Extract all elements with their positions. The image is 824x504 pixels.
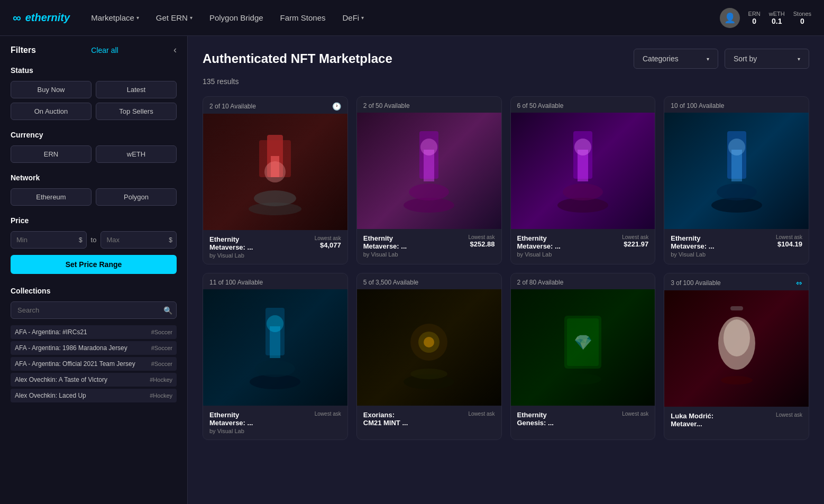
price-min-wrap: $ [11,231,87,249]
card-footer: Ethernity Genesis: ... Lowest ask [511,406,655,433]
collection-item[interactable]: Alex Ovechkin: A Taste of Victory #Hocke… [11,373,177,387]
svg-point-34 [564,374,601,384]
svg-point-13 [563,184,603,200]
filter-ern[interactable]: ERN [11,145,91,163]
svg-point-25 [267,315,283,332]
sort-by-dropdown[interactable]: Sort by ▾ [725,49,809,69]
card-image: 💎 [511,289,655,406]
header: ∞ ethernity Marketplace ▾ Get ERN ▾ Poly… [0,0,824,36]
nft-card[interactable]: 6 of 50 Available Ethernity Metaverse: .… [510,96,656,264]
logo-text: ethernity [25,12,70,24]
svg-point-8 [409,184,449,200]
collections-list: AFA - Argentina: #IRCs21 #Soccer AFA - A… [11,325,177,402]
card-price: Lowest ask [776,412,802,418]
chevron-down-icon: ▾ [707,56,709,62]
main-header: Authenticated NFT Marketplace Categories… [203,49,809,69]
nav-polygon-bridge[interactable]: Polygon Bridge [209,13,263,22]
card-image [357,289,501,406]
svg-text:💎: 💎 [573,334,592,351]
card-image [203,114,347,230]
bookmark-icon: ⇔ [796,279,802,287]
card-top: 5 of 3,500 Available [357,273,501,289]
chevron-down-icon: ▾ [361,15,364,21]
nft-card[interactable]: 3 of 100 Available ⇔ Luka Modrić: Metave… [664,273,809,440]
header-right: 👤 ERN 0 wETH 0.1 Stones 0 [720,8,811,28]
card-top: 10 of 100 Available [664,97,809,113]
status-buttons: Buy Now Latest On Auction Top Sellers [11,81,177,120]
svg-point-18 [717,184,757,200]
nft-card[interactable]: 2 of 80 Available 💎 Ethernity Genesis: .… [510,273,656,440]
wallet-weth: wETH 0.1 [769,11,785,25]
avatar[interactable]: 👤 [720,8,740,28]
nav-get-ern[interactable]: Get ERN ▾ [156,13,193,22]
nft-grid: 2 of 10 Available 🕐 Ethernity [203,96,809,440]
collections-search-input[interactable] [11,301,177,319]
min-currency-symbol: $ [79,236,83,244]
nft-card[interactable]: 10 of 100 Available Ethernity Metaverse:… [664,96,809,264]
nft-card[interactable]: 2 of 50 Available Ethernity Metaverse: .… [356,96,502,264]
sidebar: Filters Clear all ‹ Status Buy Now Lates… [0,36,188,504]
collection-item[interactable]: AFA - Argentina: Official 2021 Team Jers… [11,357,177,371]
card-price: Lowest ask $104.19 [776,234,802,248]
svg-point-29 [424,337,434,347]
card-top: 2 of 50 Available [357,97,501,113]
filter-on-auction[interactable]: On Auction [11,103,91,120]
clear-all-button[interactable]: Clear all [91,46,118,54]
svg-point-38 [721,376,753,384]
price-to-label: to [91,236,97,244]
chevron-down-icon: ▾ [190,15,193,21]
page-title: Authenticated NFT Marketplace [203,51,392,66]
card-price: Lowest ask $221.97 [622,234,648,248]
search-icon[interactable]: 🔍 [163,306,172,315]
svg-point-10 [420,139,437,155]
main-nav: Marketplace ▾ Get ERN ▾ Polygon Bridge F… [91,13,719,22]
card-image [357,113,501,229]
filter-buy-now[interactable]: Buy Now [11,81,91,98]
nav-defi[interactable]: DeFi ▾ [342,13,364,22]
logo-icon: ∞ [13,11,21,25]
layout: Filters Clear all ‹ Status Buy Now Lates… [0,36,824,504]
card-top: 2 of 80 Available [511,273,655,289]
card-image [203,289,347,406]
collapse-sidebar-button[interactable]: ‹ [173,44,177,56]
collection-item[interactable]: AFA - Argentina: 1986 Maradona Jersey #S… [11,341,177,355]
nav-farm-stones[interactable]: Farm Stones [280,13,326,22]
svg-rect-37 [730,306,743,310]
filter-latest[interactable]: Latest [96,81,177,98]
card-image [664,290,809,407]
price-max-input[interactable] [100,231,177,249]
filter-top-sellers[interactable]: Top Sellers [96,103,177,120]
card-footer: Ethernity Metaverse: ... by Visual Lab L… [511,229,655,263]
svg-point-36 [724,319,750,356]
svg-point-23 [255,360,295,377]
collection-item[interactable]: AFA - Argentina: #IRCs21 #Soccer [11,325,177,339]
logo[interactable]: ∞ ethernity [13,11,70,25]
collection-item[interactable]: Alex Ovechkin: Laced Up #Hockey [11,389,177,402]
svg-point-20 [728,139,745,155]
card-image [511,113,655,229]
nft-card[interactable]: 5 of 3,500 Available Exorians: CM21 MINT… [356,273,502,440]
price-section-title: Price [11,216,177,225]
set-price-range-button[interactable]: Set Price Range [11,255,177,274]
chevron-down-icon: ▾ [136,15,139,21]
nft-card[interactable]: 2 of 10 Available 🕐 Ethernity [203,96,348,264]
card-footer: Ethernity Metaverse: ... by Visual Lab L… [664,229,809,263]
card-footer: Ethernity Metaverse: ... by Visual Lab L… [203,406,347,439]
filter-polygon[interactable]: Polygon [96,188,177,206]
nav-marketplace[interactable]: Marketplace ▾ [91,13,139,22]
categories-dropdown[interactable]: Categories ▾ [634,49,718,69]
card-price: Lowest ask $252.88 [468,234,495,248]
card-price: Lowest ask [315,411,341,417]
filter-weth[interactable]: wETH [96,145,177,163]
card-footer: Ethernity Metaverse: ... by Visual Lab L… [203,230,347,264]
header-controls: Categories ▾ Sort by ▾ [634,49,809,69]
card-top: 6 of 50 Available [511,97,655,113]
card-price: Lowest ask [622,411,648,417]
wallet-ern: ERN 0 [748,11,761,25]
nft-card[interactable]: 11 of 100 Available Ethernity Metaverse:… [203,273,348,440]
price-min-input[interactable] [11,231,87,249]
svg-point-15 [574,139,591,155]
card-top: 11 of 100 Available [203,273,347,289]
filter-ethereum[interactable]: Ethereum [11,188,91,206]
currency-section-title: Currency [11,131,177,139]
